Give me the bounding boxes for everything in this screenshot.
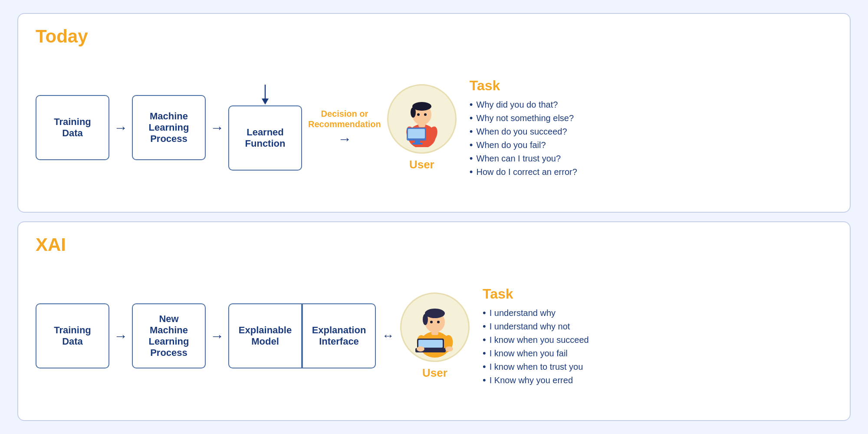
- task-item-3: When do you succeed?: [470, 126, 832, 137]
- task-item-5: When can I trust you?: [470, 153, 832, 164]
- training-data-box-1: TrainingData: [36, 95, 109, 160]
- learned-function-wrapper: LearnedFunction: [228, 85, 302, 171]
- decision-arrow-icon: →: [338, 131, 352, 147]
- arrow-3: [109, 328, 132, 344]
- new-ml-process-box: NewMachineLearningProcess: [132, 303, 206, 368]
- xai-task-item-1: I understand why: [483, 307, 832, 319]
- today-user-section: User: [387, 84, 457, 171]
- xai-person-svg: [407, 297, 463, 358]
- svg-point-10: [424, 113, 427, 116]
- xai-user-circle: [400, 293, 470, 362]
- svg-rect-26: [418, 340, 443, 348]
- xai-bidir-arrow: ↔: [376, 329, 400, 343]
- explanation-interface-box: ExplanationInterface: [302, 303, 376, 368]
- learned-function-box: LearnedFunction: [228, 105, 302, 171]
- xai-task-section: Task I understand why I understand why n…: [483, 286, 832, 386]
- decision-label: Decision orRecommendation: [308, 108, 381, 129]
- task-item-2: Why not something else?: [470, 112, 832, 124]
- today-person-svg: [396, 91, 448, 147]
- ml-process-box-1: MachineLearningProcess: [132, 95, 206, 160]
- today-task-title: Task: [470, 78, 832, 94]
- task-item-6: How do I correct an error?: [470, 166, 832, 178]
- arrow-2: [206, 120, 228, 136]
- today-flow-row: TrainingData MachineLearningProcess Lear…: [36, 56, 832, 200]
- top-down-arrow: [252, 85, 278, 106]
- task-item-1: Why did you do that?: [470, 99, 832, 110]
- bidir-arrow-icon: ↔: [382, 329, 394, 343]
- svg-point-20: [425, 309, 445, 318]
- xai-task-item-2: I understand why not: [483, 321, 832, 332]
- decision-arrow: Decision orRecommendation →: [302, 108, 387, 147]
- xai-task-item-6: I Know why you erred: [483, 375, 832, 386]
- today-panel: Today TrainingData MachineLearningProces…: [17, 13, 851, 213]
- today-user-label: User: [409, 158, 434, 171]
- svg-marker-1: [262, 99, 269, 105]
- training-data-box-2: TrainingData: [36, 303, 109, 368]
- today-user-circle: [387, 84, 457, 154]
- xai-title: XAI: [36, 234, 832, 255]
- today-task-section: Task Why did you do that? Why not someth…: [470, 78, 832, 178]
- xai-flow-row: TrainingData NewMachineLearningProcess E…: [36, 264, 832, 408]
- svg-point-28: [445, 346, 453, 352]
- today-title: Today: [36, 26, 832, 47]
- svg-rect-14: [412, 143, 423, 145]
- svg-point-8: [411, 107, 416, 118]
- svg-point-21: [423, 314, 428, 325]
- task-item-4: When do you fail?: [470, 139, 832, 151]
- today-task-list: Why did you do that? Why not something e…: [470, 99, 832, 178]
- svg-point-22: [430, 321, 433, 323]
- xai-task-item-5: I know when to trust you: [483, 361, 832, 372]
- arrow-4: [206, 328, 228, 344]
- arrow-1: [109, 120, 132, 136]
- xai-panel: XAI TrainingData NewMachineLearningProce…: [17, 221, 851, 421]
- xai-user-label: User: [422, 366, 447, 380]
- svg-rect-12: [408, 129, 425, 138]
- svg-point-27: [417, 346, 424, 352]
- xai-task-title: Task: [483, 286, 832, 302]
- xai-task-list: I understand why I understand why not I …: [483, 307, 832, 386]
- xai-user-section: User: [400, 293, 470, 380]
- svg-point-9: [417, 113, 420, 116]
- xai-task-item-3: I know when you succeed: [483, 334, 832, 345]
- xai-task-item-4: I know when you fail: [483, 348, 832, 359]
- svg-point-23: [437, 321, 440, 323]
- explainable-model-box: ExplainableModel: [228, 303, 302, 368]
